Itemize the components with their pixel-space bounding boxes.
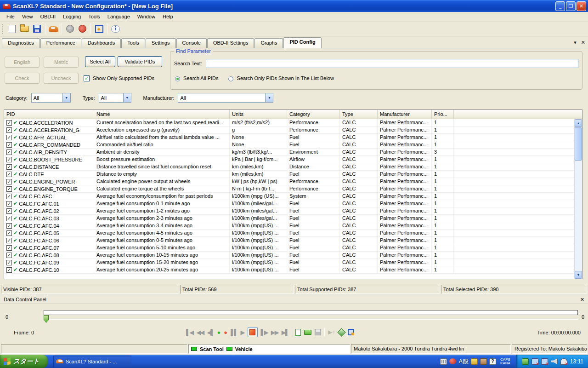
rewind-button[interactable]: ◀◀ xyxy=(196,329,204,336)
column-header-category[interactable]: Category xyxy=(287,110,340,119)
table-row[interactable]: ✓ ✔ CALC.ENGINE_POWER Calculated engine … xyxy=(4,178,574,185)
row-checkbox[interactable]: ✓ xyxy=(6,172,12,177)
tab-close-icon[interactable]: ✕ xyxy=(581,40,585,46)
table-row[interactable]: ✓ ✔ CALC.ENGINE_TORQUE Calculated engine… xyxy=(4,185,574,193)
play-button[interactable]: ▶ xyxy=(241,329,244,336)
grid-view-icon[interactable] xyxy=(348,329,354,335)
menu-tools[interactable]: Tools xyxy=(85,13,104,20)
table-row[interactable]: ✓ ✔ CALC.FC.AFC.09 Average fuel consumpt… xyxy=(4,259,574,266)
tab-diagnostics[interactable]: Diagnostics xyxy=(2,38,40,48)
table-row[interactable]: ✓ ✔ CALC.ACCELERATION Current accelarati… xyxy=(4,119,574,126)
row-checkbox[interactable]: ✓ xyxy=(6,223,12,229)
row-checkbox[interactable]: ✓ xyxy=(6,253,12,258)
column-header-manufacturer[interactable]: Manufacturer xyxy=(378,110,432,119)
column-header-spacer[interactable] xyxy=(454,110,582,119)
row-checkbox[interactable]: ✓ xyxy=(6,120,12,126)
scroll-thumb[interactable] xyxy=(575,127,582,161)
panel-close-icon[interactable]: ✕ xyxy=(580,297,584,303)
connect-button[interactable] xyxy=(64,23,76,35)
menu-window[interactable]: Window xyxy=(134,13,159,20)
minimize-button[interactable]: _ xyxy=(555,1,565,11)
close-button[interactable]: ✕ xyxy=(577,1,586,11)
antivirus-tray-icon[interactable] xyxy=(522,358,529,365)
menu-help[interactable]: Help xyxy=(159,13,177,20)
volume-icon[interactable] xyxy=(551,358,558,365)
menu-file[interactable]: File xyxy=(3,13,18,20)
restore-button[interactable]: ❐ xyxy=(566,1,576,11)
table-row[interactable]: ✓ ✔ CALC.ACCELERATION_G Acceleration exp… xyxy=(4,126,574,134)
row-checkbox[interactable]: ✓ xyxy=(6,238,12,243)
column-header-pid[interactable]: PID xyxy=(4,110,94,119)
keyboard-icon[interactable] xyxy=(440,358,447,365)
insert-marker-icon[interactable]: ▶+ xyxy=(328,329,335,335)
search-shown-pids-radio[interactable] xyxy=(228,76,233,81)
record-red-button[interactable]: ● xyxy=(224,329,227,336)
table-row[interactable]: ✓ ✔ CALC.AIR_DENSITY Ambient air density… xyxy=(4,149,574,156)
search-text-input[interactable] xyxy=(206,59,578,68)
menu-obd-ii[interactable]: OBD-II xyxy=(36,13,59,20)
tab-pid-config[interactable]: PID Config xyxy=(283,37,321,48)
validate-pids-button[interactable]: Validate PIDs xyxy=(118,56,162,67)
table-row[interactable]: ✓ ✔ CALC.FC.AFC.07 Average fuel consumpt… xyxy=(4,244,574,252)
english-button[interactable]: English xyxy=(5,57,40,68)
tab-console[interactable]: Console xyxy=(176,38,207,48)
select-all-button[interactable]: Select All xyxy=(85,56,115,67)
manufacturer-select[interactable]: All ▼ xyxy=(178,93,273,103)
ime-mode-label[interactable]: A般 xyxy=(458,357,469,366)
stop-button[interactable] xyxy=(248,327,258,337)
step-forward-button[interactable]: ▌▶ xyxy=(261,329,268,336)
table-row[interactable]: ✓ ✔ CALC.FC.AFC.05 Average fuel consumpt… xyxy=(4,230,574,237)
table-row[interactable]: ✓ ✔ CALC.FC.AFC.04 Average fuel consumpt… xyxy=(4,222,574,230)
tab-dashboards[interactable]: Dashboards xyxy=(82,38,121,48)
table-row[interactable]: ✓ ✔ CALC.FC.AFC.01 Average fuel consumpt… xyxy=(4,200,574,207)
table-row[interactable]: ✓ ✔ CALC.FC.AFC.06 Average fuel consumpt… xyxy=(4,237,574,244)
menu-logging[interactable]: Logging xyxy=(59,13,85,20)
tab-obd-ii-settings[interactable]: OBD-II Settings xyxy=(207,38,254,48)
column-header-units[interactable]: Units xyxy=(230,110,287,119)
frame-slider-thumb[interactable] xyxy=(44,315,49,323)
info-button[interactable]: i xyxy=(109,23,122,35)
row-checkbox[interactable]: ✓ xyxy=(6,157,12,162)
row-checkbox[interactable]: ✓ xyxy=(6,230,12,236)
row-checkbox[interactable]: ✓ xyxy=(6,216,12,221)
network-disconnected-icon[interactable] xyxy=(531,358,538,365)
skip-start-button[interactable]: ▌◀ xyxy=(186,329,193,336)
row-checkbox[interactable]: ✓ xyxy=(6,135,12,140)
table-row[interactable]: ✓ ✔ CALC.DISTANCE Distance travelled sin… xyxy=(4,163,574,171)
row-checkbox[interactable]: ✓ xyxy=(6,194,12,199)
tools-icon[interactable] xyxy=(480,358,487,365)
column-header-type[interactable]: Type xyxy=(340,110,378,119)
table-row[interactable]: ✓ ✔ CALC.AFR_COMMANDED Commanded air/fue… xyxy=(4,141,574,149)
uncheck-button[interactable]: Uncheck xyxy=(44,73,79,84)
row-checkbox[interactable]: ✓ xyxy=(6,186,12,192)
menu-view[interactable]: View xyxy=(18,13,37,20)
tab-menu-arrow-icon[interactable]: ▾ xyxy=(574,40,577,46)
row-checkbox[interactable]: ✓ xyxy=(6,164,12,170)
pause-button[interactable]: ▌▌ xyxy=(231,329,237,336)
wireless-disconnected-icon[interactable] xyxy=(560,358,567,365)
table-row[interactable]: ✓ ✔ CALC.FC.AFC.08 Average fuel consumpt… xyxy=(4,252,574,259)
menu-language[interactable]: Language xyxy=(104,13,134,20)
ime-pen-icon[interactable] xyxy=(449,358,456,364)
help-icon[interactable]: ? xyxy=(489,358,496,365)
start-button[interactable]: スタート xyxy=(0,355,48,368)
record-green-button[interactable]: ● xyxy=(217,329,220,336)
row-checkbox[interactable]: ✓ xyxy=(6,142,12,148)
scroll-up-icon[interactable]: ▲ xyxy=(575,119,582,127)
category-select[interactable]: All ▼ xyxy=(31,93,71,103)
scroll-down-icon[interactable]: ▼ xyxy=(575,271,582,279)
show-only-supported-checkbox[interactable]: ✓ xyxy=(84,75,90,81)
row-checkbox[interactable]: ✓ xyxy=(6,201,12,207)
row-checkbox[interactable]: ✓ xyxy=(6,267,12,273)
tab-tools[interactable]: Tools xyxy=(121,38,145,48)
table-row[interactable]: ✓ ✔ CALC.FC.AFC.03 Average fuel consumpt… xyxy=(4,215,574,222)
type-select[interactable]: All ▼ xyxy=(99,93,131,103)
tab-performance[interactable]: Performance xyxy=(40,38,81,48)
vertical-scrollbar[interactable]: ▲ ▼ xyxy=(574,119,582,279)
row-checkbox[interactable]: ✓ xyxy=(6,150,12,155)
table-row[interactable]: ✓ ✔ CALC.DTE Distance to empty km (miles… xyxy=(4,171,574,178)
table-row[interactable]: ✓ ✔ CALC.BOOST_PRESSURE Boost pressure e… xyxy=(4,156,574,163)
check-button[interactable]: Check xyxy=(5,73,40,84)
table-row[interactable]: ✓ ✔ CALC.FC.AFC.10 Average fuel consumpt… xyxy=(4,266,574,274)
log-save-icon[interactable] xyxy=(315,329,321,335)
